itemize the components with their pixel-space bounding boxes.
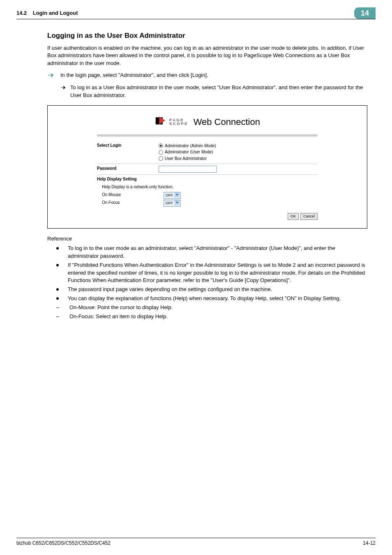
section-number: 14.2 <box>16 10 27 16</box>
help-heading: Help Display Setting <box>97 176 137 183</box>
on-focus-value: OFF <box>166 201 173 206</box>
help-note: Help Display is a network-only function. <box>102 184 174 190</box>
brand-logo: PAGE SCOPE Web Connection <box>72 116 342 129</box>
select-login-row: Select Login Administrator (Admin Mode) … <box>97 141 318 164</box>
intro-paragraph: If user authentication is enabled on the… <box>47 44 367 68</box>
sub-step: To log in as a User Box administrator in… <box>60 84 367 99</box>
help-note-row: Help Display is a network-only function. <box>97 184 318 192</box>
bullet-icon <box>56 264 59 266</box>
chevron-down-icon <box>175 200 180 207</box>
brand-mark-icon <box>154 116 166 129</box>
on-mouse-select[interactable]: OFF <box>164 192 181 199</box>
chapter-badge: 14 <box>354 7 376 19</box>
on-focus-label: On Focus <box>97 200 164 206</box>
radio-admin-mode-label: Administrator (Admin Mode) <box>165 143 216 149</box>
page-content: Logging in as the User Box Administrator… <box>0 19 392 321</box>
radio-userbox-label: User Box Administrator <box>165 156 207 162</box>
page-header: 14.2 Login and Logout 14 <box>0 0 392 19</box>
password-input[interactable] <box>159 166 217 173</box>
button-bar: OK Cancel <box>72 213 318 220</box>
list-item: –On-Focus: Select an item to display Hel… <box>47 313 367 321</box>
sub-step-text: To log in as a User Box administrator in… <box>70 84 367 99</box>
radio-icon <box>159 156 163 161</box>
primary-step-text: In the login page, select "Administrator… <box>60 72 208 79</box>
ok-button[interactable]: OK <box>288 213 299 220</box>
radio-userbox[interactable]: User Box Administrator <box>159 156 318 162</box>
reference-heading: Reference <box>47 235 367 243</box>
list-item: To log in to the user mode as an adminis… <box>47 245 367 260</box>
password-label: Password <box>97 166 159 172</box>
brand-line2: SCOPE <box>169 122 189 126</box>
cancel-button[interactable]: Cancel <box>300 213 318 220</box>
dash-icon: – <box>56 304 60 312</box>
section-label: 14.2 Login and Logout <box>16 9 78 19</box>
password-row: Password <box>97 164 318 175</box>
on-focus-select[interactable]: OFF <box>164 200 181 207</box>
primary-step: In the login page, select "Administrator… <box>47 72 367 81</box>
footer-page-number: 14-12 <box>363 540 376 547</box>
reference-d2: On-Focus: Select an item to display Help… <box>69 313 168 321</box>
on-mouse-value: OFF <box>166 193 173 198</box>
radio-icon <box>159 150 163 155</box>
on-mouse-row: On Mouse OFF <box>97 192 318 199</box>
reference-b3: The password input page varies depending… <box>68 286 272 294</box>
radio-icon <box>159 143 163 148</box>
radio-admin-mode[interactable]: Administrator (Admin Mode) <box>159 143 318 149</box>
reference-d1: On-Mouse: Point the cursor to display He… <box>69 304 173 312</box>
section-title: Login and Logout <box>33 10 78 16</box>
on-focus-row: On Focus OFF <box>97 199 318 207</box>
list-item: You can display the explanation of funct… <box>47 295 367 303</box>
login-panel: Select Login Administrator (Admin Mode) … <box>97 141 318 208</box>
arrow-right-icon <box>47 72 55 81</box>
chevron-down-icon <box>175 192 180 199</box>
reference-b4: You can display the explanation of funct… <box>68 295 341 303</box>
bullet-icon <box>56 247 59 250</box>
help-heading-row: Help Display Setting <box>97 175 318 184</box>
list-item: The password input page varies depending… <box>47 286 367 294</box>
list-item: If "Prohibited Functions When Authentica… <box>47 261 367 285</box>
page-title: Logging in as the User Box Administrator <box>47 31 367 41</box>
brand-text: PAGE SCOPE <box>169 118 189 126</box>
radio-user-mode-label: Administrator (User Mode) <box>165 149 213 155</box>
on-mouse-label: On Mouse <box>97 192 164 198</box>
list-item: –On-Mouse: Point the cursor to display H… <box>47 304 367 312</box>
arrow-right-small-icon <box>60 84 66 99</box>
reference-list: To log in to the user mode as an adminis… <box>47 245 367 321</box>
select-login-label: Select Login <box>97 143 159 149</box>
dash-icon: – <box>56 313 60 321</box>
brand-web-text: Web Connection <box>194 116 260 129</box>
radio-user-mode[interactable]: Administrator (User Mode) <box>159 149 318 155</box>
page-footer: bizhub C652/C652DS/C552/C552DS/C452 14-1… <box>16 538 376 547</box>
reference-b2: If "Prohibited Functions When Authentica… <box>68 261 367 285</box>
panel-divider <box>97 134 318 137</box>
footer-model: bizhub C652/C652DS/C552/C552DS/C452 <box>16 540 111 547</box>
reference-b1: To log in to the user mode as an adminis… <box>68 245 367 260</box>
login-screenshot: PAGE SCOPE Web Connection Select Login A… <box>47 105 367 229</box>
bullet-icon <box>56 288 59 291</box>
bullet-icon <box>56 297 59 300</box>
